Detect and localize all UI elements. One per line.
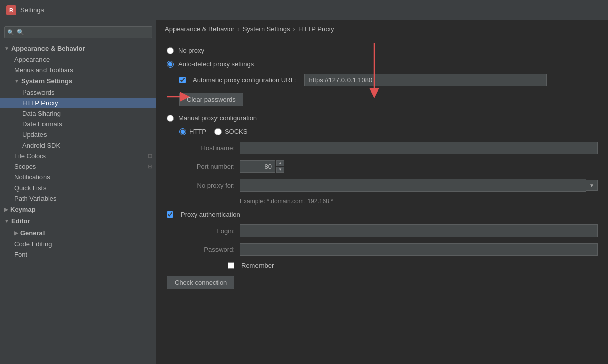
sidebar-item-general[interactable]: ▶ General [0, 227, 156, 239]
clear-passwords-area: Clear passwords [179, 93, 598, 106]
http-radio[interactable] [179, 128, 186, 135]
no-proxy-radio[interactable] [167, 47, 174, 54]
content-panel: Appearance & Behavior › System Settings … [157, 20, 608, 364]
login-label: Login: [179, 227, 235, 235]
sidebar-item-quick-lists[interactable]: Quick Lists [0, 183, 156, 193]
port-label: Port number: [179, 163, 235, 170]
auto-config-checkbox[interactable] [179, 77, 186, 83]
page-icon: ⊞ [148, 153, 152, 159]
breadcrumb-sep-2: › [293, 25, 295, 33]
sidebar-item-editor[interactable]: ▼ Editor [0, 215, 156, 227]
socks-label[interactable]: SOCKS [225, 128, 248, 135]
port-decrement-button[interactable]: ▼ [276, 167, 284, 173]
proxy-auth-checkbox[interactable] [167, 211, 173, 218]
check-connection-area: Check connection [167, 276, 598, 289]
hostname-row: Host name: [179, 142, 598, 154]
expand-arrow-editor: ▼ [4, 218, 9, 224]
auto-detect-radio[interactable] [167, 61, 174, 68]
proxy-url-input[interactable] [304, 74, 547, 86]
no-proxy-dropdown-button[interactable]: ▼ [586, 180, 598, 191]
expand-arrow-system: ▼ [14, 78, 19, 84]
sidebar-item-notifications[interactable]: Notifications [0, 172, 156, 183]
sidebar-item-data-sharing[interactable]: Data Sharing [0, 108, 156, 119]
page-icon-scopes: ⊞ [148, 163, 152, 170]
main-layout: 🔍 ▼ Appearance & Behavior Appearance Men… [0, 20, 608, 364]
check-connection-button[interactable]: Check connection [167, 276, 234, 289]
socks-radio[interactable] [214, 128, 222, 135]
socks-proto-group: SOCKS [214, 128, 248, 135]
content-body: No proxy Auto-detect proxy settings Auto… [157, 38, 608, 364]
expand-arrow-keymap: ▶ [4, 207, 8, 212]
window-title: Settings [20, 6, 44, 14]
protocol-row: HTTP SOCKS [179, 128, 598, 135]
auto-detect-label[interactable]: Auto-detect proxy settings [178, 60, 254, 68]
remember-row: Remember [228, 262, 598, 269]
sidebar-item-system-settings[interactable]: ▼ System Settings [0, 75, 156, 87]
remember-label[interactable]: Remember [241, 262, 274, 269]
hostname-label: Host name: [179, 144, 235, 152]
port-increment-button[interactable]: ▲ [276, 160, 284, 166]
login-row: Login: [179, 224, 598, 237]
no-proxy-for-label: No proxy for: [179, 181, 235, 189]
example-text: Example: *.domain.com, 192.168.* [240, 198, 598, 205]
password-input[interactable] [240, 243, 598, 256]
manual-proxy-radio[interactable] [167, 115, 174, 122]
sidebar-item-appearance-behavior[interactable]: ▼ Appearance & Behavior [0, 42, 156, 54]
manual-proxy-row: Manual proxy configuration [167, 114, 598, 122]
sidebar-item-appearance[interactable]: Appearance [0, 54, 156, 65]
sidebar-item-passwords[interactable]: Passwords [0, 87, 156, 98]
auto-detect-row: Auto-detect proxy settings [167, 60, 598, 68]
no-proxy-for-row: No proxy for: ▼ [179, 179, 598, 192]
password-label: Password: [179, 246, 235, 253]
port-input[interactable]: 80 [240, 160, 275, 173]
clear-passwords-button[interactable]: Clear passwords [179, 93, 243, 106]
search-icon: 🔍 [7, 29, 14, 36]
remember-checkbox[interactable] [228, 262, 234, 269]
auto-config-label[interactable]: Automatic proxy configuration URL: [193, 76, 296, 84]
login-input[interactable] [240, 224, 598, 237]
hostname-input[interactable] [240, 142, 598, 154]
search-box[interactable]: 🔍 [4, 26, 152, 38]
sidebar-item-http-proxy[interactable]: HTTP Proxy [0, 98, 156, 108]
expand-arrow-general: ▶ [14, 230, 18, 236]
sidebar: 🔍 ▼ Appearance & Behavior Appearance Men… [0, 20, 157, 364]
auto-config-row: Automatic proxy configuration URL: [179, 74, 598, 86]
app-icon: R [6, 5, 16, 15]
proxy-auth-row: Proxy authentication [167, 211, 598, 218]
sidebar-item-font[interactable]: Font [0, 249, 156, 260]
password-row: Password: [179, 243, 598, 256]
sidebar-item-scopes[interactable]: Scopes ⊞ [0, 161, 156, 172]
http-proto-group: HTTP [179, 128, 206, 135]
no-proxy-for-input[interactable] [240, 179, 586, 192]
proxy-auth-label[interactable]: Proxy authentication [181, 211, 240, 218]
manual-proxy-label[interactable]: Manual proxy configuration [178, 114, 257, 122]
sidebar-item-android-sdk[interactable]: Android SDK [0, 140, 156, 151]
sidebar-item-path-variables[interactable]: Path Variables [0, 193, 156, 204]
port-spinner-group: 80 ▲ ▼ [240, 160, 284, 173]
sidebar-item-updates[interactable]: Updates [0, 129, 156, 140]
port-row: Port number: 80 ▲ ▼ [179, 160, 598, 173]
breadcrumb: Appearance & Behavior › System Settings … [157, 20, 608, 38]
sidebar-item-menus-toolbars[interactable]: Menus and Toolbars [0, 65, 156, 75]
http-label[interactable]: HTTP [189, 128, 206, 135]
sidebar-item-file-colors[interactable]: File Colors ⊞ [0, 151, 156, 161]
port-spinner: ▲ ▼ [276, 160, 284, 173]
sidebar-item-date-formats[interactable]: Date Formats [0, 119, 156, 129]
expand-arrow: ▼ [4, 46, 9, 51]
title-bar: R Settings [0, 0, 608, 20]
no-proxy-label[interactable]: No proxy [178, 47, 204, 54]
sidebar-item-keymap[interactable]: ▶ Keymap [0, 204, 156, 215]
sidebar-item-code-editing[interactable]: Code Editing [0, 239, 156, 249]
search-input[interactable] [4, 26, 152, 38]
breadcrumb-sep-1: › [237, 25, 239, 33]
no-proxy-row: No proxy [167, 47, 598, 54]
